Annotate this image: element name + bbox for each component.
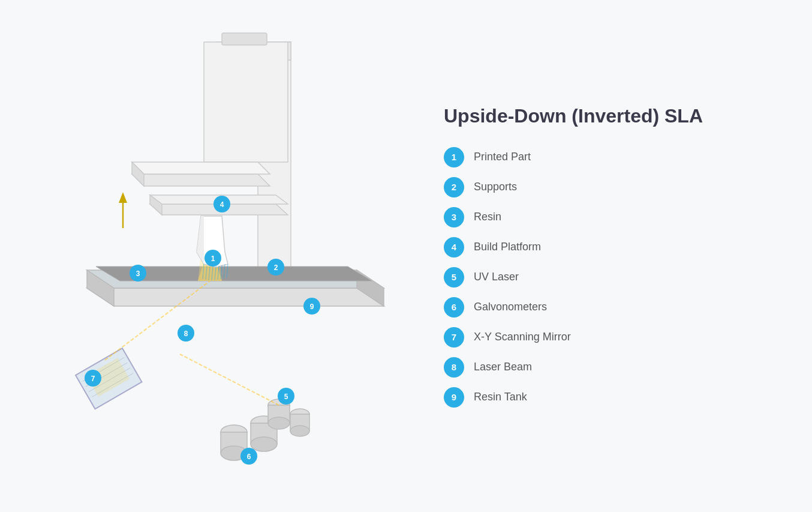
legend-badge: 4 [444, 237, 464, 258]
legend-item: 8Laser Beam [444, 357, 788, 378]
svg-text:2: 2 [274, 264, 278, 272]
svg-text:8: 8 [184, 330, 188, 338]
legend-badge: 7 [444, 327, 464, 348]
legend-badge: 2 [444, 177, 464, 197]
legend-badge: 5 [444, 267, 464, 288]
svg-text:4: 4 [220, 200, 224, 209]
legend-badge: 3 [444, 207, 464, 227]
legend-area: Upside-Down (Inverted) SLA 1Printed Part… [408, 80, 812, 431]
legend-item: 7X-Y Scanning Mirror [444, 327, 788, 348]
svg-marker-5 [132, 174, 270, 186]
legend-item: 2Supports [444, 177, 788, 197]
legend-badge: 1 [444, 147, 464, 167]
diagram-title: Upside-Down (Inverted) SLA [444, 104, 788, 127]
legend-label: Build Platform [474, 241, 541, 253]
legend-item: 3Resin [444, 207, 788, 227]
svg-text:5: 5 [284, 393, 288, 401]
legend-label: UV Laser [474, 271, 519, 283]
svg-text:3: 3 [136, 270, 140, 278]
legend-label: Resin [474, 211, 501, 223]
legend-item: 1Printed Part [444, 147, 788, 167]
svg-text:1: 1 [211, 254, 215, 263]
legend-label: Supports [474, 181, 517, 193]
svg-text:9: 9 [310, 303, 314, 311]
svg-marker-6 [132, 162, 270, 174]
legend-item: 4Build Platform [444, 237, 788, 258]
legend-badge: 9 [444, 387, 464, 408]
svg-text:7: 7 [91, 375, 95, 383]
legend-item: 6Galvonometers [444, 297, 788, 318]
legend-label: Resin Tank [474, 391, 527, 403]
legend-label: X-Y Scanning Mirror [474, 331, 571, 343]
svg-point-42 [251, 437, 277, 451]
svg-marker-11 [87, 288, 384, 306]
legend-badge: 8 [444, 357, 464, 378]
legend-badge: 6 [444, 297, 464, 318]
main-container: 1 2 3 4 5 6 7 8 9 [0, 0, 812, 512]
svg-rect-4 [222, 33, 267, 45]
legend-label: Laser Beam [474, 361, 532, 373]
legend-item: 5UV Laser [444, 267, 788, 288]
legend-label: Printed Part [474, 151, 531, 163]
diagram-area: 1 2 3 4 5 6 7 8 9 [0, 0, 408, 512]
legend-item: 9Resin Tank [444, 387, 788, 408]
svg-rect-3 [204, 42, 288, 162]
svg-point-48 [290, 426, 309, 436]
svg-point-45 [268, 417, 290, 429]
legend-items: 1Printed Part2Supports3Resin4Build Platf… [444, 147, 788, 408]
svg-text:6: 6 [247, 453, 251, 461]
legend-label: Galvonometers [474, 301, 547, 313]
